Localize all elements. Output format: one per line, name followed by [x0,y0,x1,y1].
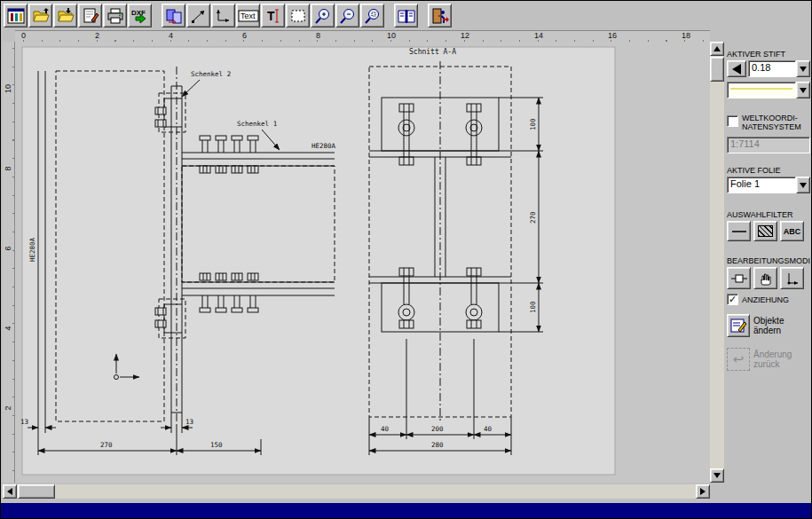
file-convert-icon [165,7,183,25]
line-filter-icon [731,227,747,236]
node-edit-icon [731,271,747,286]
ruler-number: 6 [242,31,247,40]
dimension-label: 200 [431,425,444,433]
scroll-left-button[interactable] [3,484,17,499]
selection-rect-button[interactable] [286,4,310,28]
vertical-scroll-thumb[interactable] [710,57,724,82]
edit-document-icon [82,7,99,25]
dimension-label: 100 [529,118,537,130]
scroll-up-button[interactable] [710,42,724,56]
ruler-number: 10 [4,83,12,95]
app-button[interactable] [4,4,28,28]
paper-sheet [22,47,615,475]
toolbar-separator [419,4,427,28]
folie-value: Folie 1 [727,177,796,193]
chevron-down-icon [800,88,807,93]
dimension-label: 270 [529,211,537,224]
zoom-out-button[interactable] [335,4,359,28]
print-button[interactable] [103,4,127,28]
dimension-label: 280 [431,441,444,449]
ruler-number: 6 [4,242,12,255]
vertical-scrollbar[interactable] [710,42,724,483]
ruler-number: 2 [95,31,99,40]
ruler-number: 8 [4,162,12,175]
arrow-left-icon [7,488,12,495]
exit-icon [431,7,449,25]
pen-width-dropdown-button[interactable] [796,60,810,77]
scrollbar-corner [710,484,724,499]
dimension-label: 13 [185,418,193,426]
open-button[interactable] [28,4,52,28]
filter-text-button[interactable]: ABC [780,221,804,241]
line-tool-button[interactable] [186,4,210,28]
text-tool-button[interactable]: Text [236,4,260,28]
section-title: Schnitt A-A [409,48,456,56]
schenkel1-label: Schenkel 1 [237,120,277,128]
horizontal-ruler: 0 2 4 6 8 10 12 14 16 18 [15,30,710,42]
pen-color-dropdown-button[interactable] [796,82,810,98]
anderung-zuruck-icon-box: ↩ [727,348,750,371]
dimension-label: 150 [210,441,223,449]
weltkoordinaten-label-line1: WELTKOORDI- [742,114,798,122]
pen-pick-button[interactable] [727,60,746,77]
pen-width-combo[interactable]: 0.18 [748,60,810,77]
objekte-andern-icon-box [727,314,750,337]
dimension-label: 40 [484,425,493,433]
drawing-canvas[interactable]: HE280A HE280A [15,42,710,483]
mode-move-button[interactable] [753,267,777,289]
folie-dropdown-button[interactable] [796,177,810,193]
abc-filter-icon: ABC [784,227,801,236]
anderung-zuruck-button[interactable]: ↩ Änderung zurück [727,348,811,371]
arrow-down-icon [713,473,721,478]
pen-color-swatch [727,82,796,98]
horizontal-scroll-thumb[interactable] [18,484,55,499]
filter-hatch-button[interactable] [753,221,777,241]
bearbeitungsmodi-label: BEARBEITUNGSMODI [727,256,810,265]
dimension-label: 100 [529,301,537,313]
weltkoordinaten-checkbox[interactable] [727,115,738,127]
file-convert-button[interactable] [162,4,185,28]
app-icon [7,7,25,25]
toolbar-separator [153,4,161,28]
zoom-window-button[interactable] [360,4,384,28]
app-window: { "toolbar": { "dxf_label": "DXF", "text… [0,0,812,519]
dxf-export-button[interactable]: DXF [128,4,152,28]
library-icon [397,7,416,25]
exit-button[interactable] [428,4,452,28]
save-button[interactable] [53,4,77,28]
anziehung-label: ANZIEHUNG [742,295,789,304]
print-icon [106,7,124,25]
auswahlfilter-label: AUSWAHLFILTER [727,210,793,219]
objekte-andern-label: Objekte ändern [753,316,811,335]
save-folder-icon [57,7,75,25]
coordinate-tool-button[interactable] [211,4,235,28]
ruler-corner [3,30,15,42]
text-edit-icon: T [264,7,282,25]
library-button[interactable] [394,4,418,28]
weltkoordinaten-label-line2: NATENSYSTEM [742,122,801,131]
scroll-down-button[interactable] [710,468,724,483]
folie-combo[interactable]: Folie 1 [727,177,810,193]
ruler-number: 12 [461,31,469,40]
anderung-zuruck-label: Änderung zurück [753,350,811,369]
svg-text:DXF: DXF [131,9,146,17]
objekte-andern-button[interactable]: Objekte ändern [727,314,811,337]
anziehung-checkbox[interactable]: ✓ [727,294,738,305]
text-edit-button[interactable]: T [261,4,285,28]
filter-line-button[interactable] [727,221,751,241]
horizontal-scrollbar[interactable] [3,484,710,499]
scroll-right-button[interactable] [696,484,710,499]
ruler-number: 10 [387,31,396,40]
scale-field: 1:7114 [727,137,810,153]
axis-icon [785,271,800,286]
mode-node-button[interactable] [727,267,751,289]
weltkoordinaten-label: WELTKOORDI- NATENSYSTEM [742,114,801,131]
undo-icon: ↩ [733,351,745,367]
zoom-in-button[interactable] [311,4,335,28]
svg-text:Text: Text [240,12,256,20]
chevron-down-icon [800,67,807,72]
edit-document-button[interactable] [78,4,102,28]
pen-color-combo[interactable] [727,82,810,98]
mode-axis-button[interactable] [780,267,804,289]
dimension-label: 270 [100,441,113,449]
